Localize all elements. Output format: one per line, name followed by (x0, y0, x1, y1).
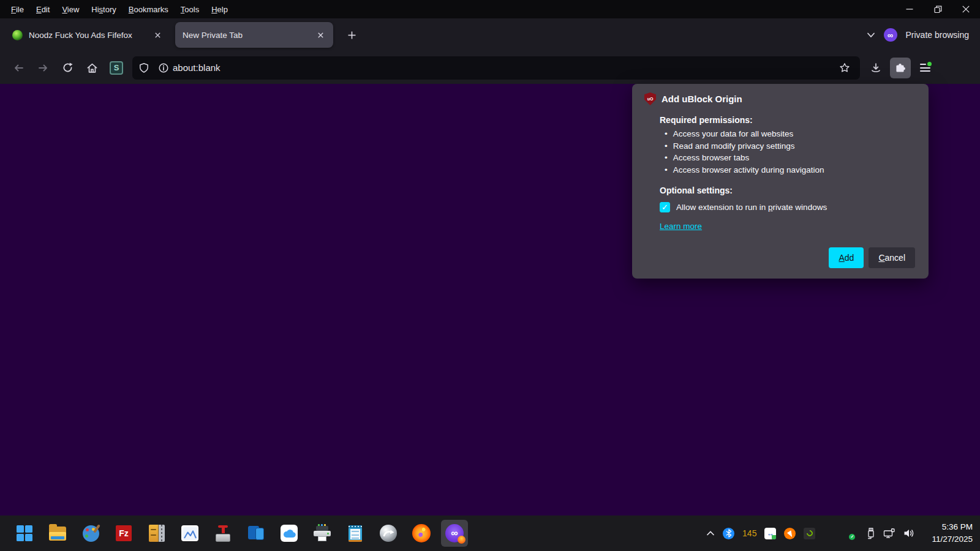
private-windows-option[interactable]: Allow extension to run in private window… (660, 202, 916, 212)
menubar: File Edit View History Bookmarks Tools H… (0, 2, 234, 17)
display-plug-icon (883, 528, 895, 539)
paint-button[interactable] (77, 520, 104, 547)
bluetooth-tray-button[interactable] (723, 528, 734, 539)
cancel-button[interactable]: Cancel (869, 247, 915, 268)
windows-logo-icon (17, 525, 32, 541)
menu-help[interactable]: Help (205, 2, 234, 17)
volume-button[interactable] (903, 528, 915, 538)
printer-icon (314, 525, 331, 541)
dialog-header: uO Add uBlock Origin (632, 84, 929, 105)
globe-arrow-icon (380, 525, 397, 542)
firefox-private-button[interactable] (441, 520, 468, 547)
windows-security-tray-button[interactable] (843, 528, 854, 539)
tabbar-right: Private browsing (867, 28, 980, 42)
start-button[interactable] (11, 520, 38, 547)
site-info-icon[interactable] (158, 62, 169, 73)
winzip-button[interactable] (143, 520, 170, 547)
disk-monitor-tray-button[interactable] (823, 528, 835, 539)
url-bar[interactable]: about:blank (132, 56, 860, 80)
permission-item: Access browser activity during navigatio… (665, 164, 916, 176)
extensions-button[interactable] (890, 58, 911, 78)
notepad-button[interactable] (342, 520, 369, 547)
app-menu-button[interactable] (914, 58, 935, 78)
filezilla-button[interactable]: Fz (110, 520, 137, 547)
tab-noodz[interactable]: Noodz Fuck You Ads Fifefox (5, 22, 170, 48)
close-icon (154, 32, 161, 39)
tab-new-private[interactable]: New Private Tab (175, 22, 333, 48)
cloud-icon (281, 525, 298, 542)
add-extension-dialog: uO Add uBlock Origin Required permission… (632, 84, 929, 279)
private-browsing-label: Private browsing (906, 30, 970, 40)
stylus-icon: S (110, 61, 123, 75)
home-icon (86, 62, 98, 73)
puzzle-piece-icon (895, 62, 907, 73)
restore-button[interactable] (924, 0, 952, 18)
optional-settings-heading: Optional settings: (660, 186, 916, 195)
update-available-dot (927, 62, 932, 66)
restore-icon (934, 6, 942, 13)
firefox-private-window: File Edit View History Bookmarks Tools H… (0, 0, 980, 551)
minimize-icon (906, 6, 913, 13)
chevron-down-icon (867, 31, 875, 39)
notepad-icon (349, 525, 362, 542)
menu-tools[interactable]: Tools (175, 2, 205, 17)
downloads-button[interactable] (865, 58, 886, 78)
icloud-button[interactable] (276, 520, 303, 547)
usb-eject-button[interactable] (867, 528, 875, 539)
clock-date: 11/27/2025 (932, 534, 973, 544)
tray-expand-button[interactable] (706, 530, 715, 536)
home-button[interactable] (81, 58, 102, 78)
firefox-button[interactable] (408, 520, 435, 547)
bookmark-star-button[interactable] (835, 59, 854, 77)
cpu-temp-badge[interactable]: 145 (742, 528, 756, 538)
menu-bookmarks[interactable]: Bookmarks (123, 2, 175, 17)
stylus-extension-button[interactable]: S (106, 58, 127, 78)
minimize-button[interactable] (895, 0, 924, 18)
installer-button[interactable] (209, 520, 236, 547)
tab-close-button[interactable] (314, 28, 327, 42)
tab-title: Noodz Fuck You Ads Fifefox (29, 31, 142, 40)
close-icon (962, 6, 970, 13)
menu-view[interactable]: View (56, 2, 85, 17)
phone-link-button[interactable] (243, 520, 270, 547)
close-button[interactable] (952, 0, 980, 18)
cast-display-button[interactable] (883, 528, 895, 539)
menu-file[interactable]: File (5, 2, 30, 17)
reload-button[interactable] (57, 58, 78, 78)
close-icon (317, 32, 324, 39)
checkbox-checked-icon[interactable] (660, 202, 670, 212)
tab-strip: Noodz Fuck You Ads Fifefox New Private T… (0, 18, 980, 51)
tab-title: New Private Tab (183, 31, 305, 40)
sphere-app-button[interactable] (375, 520, 402, 547)
add-button[interactable]: Add (829, 247, 864, 268)
permission-item: Access your data for all websites (665, 128, 916, 140)
avast-icon (784, 528, 796, 539)
installer-icon (214, 525, 232, 542)
new-tab-button[interactable] (342, 25, 361, 45)
taskbar-clock[interactable]: 5:36 PM 11/27/2025 (932, 521, 973, 545)
security-shield-icon (843, 528, 854, 539)
learn-more-link[interactable]: Learn more (660, 222, 702, 231)
forward-button[interactable] (32, 58, 53, 78)
teamviewer-tray-button[interactable] (764, 528, 776, 539)
tracking-protection-shield-icon[interactable] (138, 62, 149, 73)
required-permissions-heading: Required permissions: (660, 115, 916, 125)
back-arrow-icon (13, 62, 24, 73)
reload-icon (62, 62, 74, 73)
tab-close-button[interactable] (151, 28, 164, 42)
firefox-mini-icon (458, 536, 466, 544)
avast-tray-button[interactable] (784, 528, 796, 539)
url-text[interactable]: about:blank (173, 62, 221, 73)
back-button[interactable] (8, 58, 29, 78)
hamburger-menu-icon (920, 64, 930, 72)
menu-edit[interactable]: Edit (30, 2, 56, 17)
file-explorer-button[interactable] (44, 520, 71, 547)
dialog-title: Add uBlock Origin (662, 94, 742, 104)
nvidia-tray-button[interactable] (804, 528, 815, 539)
folder-icon (49, 527, 66, 541)
menu-history[interactable]: History (85, 2, 122, 17)
list-all-tabs-button[interactable] (867, 31, 875, 39)
printer-button[interactable] (309, 520, 336, 547)
ublock-origin-icon: uO (644, 92, 656, 105)
photos-button[interactable] (176, 520, 203, 547)
